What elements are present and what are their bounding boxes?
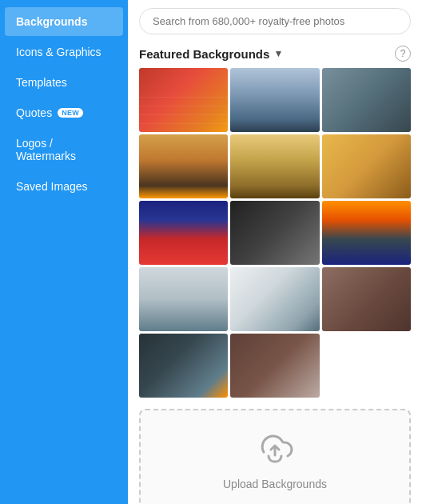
- grid-image-skate[interactable]: [322, 134, 411, 198]
- image-grid: [128, 68, 422, 398]
- featured-title: Featured Backgrounds: [139, 47, 269, 61]
- sidebar-item-logos-watermarks[interactable]: Logos / Watermarks: [5, 129, 123, 170]
- grid-image-windmill[interactable]: [139, 267, 228, 331]
- help-label: ?: [400, 48, 406, 59]
- grid-image-snowy[interactable]: [230, 267, 319, 331]
- grid-image-surf[interactable]: [322, 68, 411, 132]
- search-bar-wrap: [128, 0, 422, 41]
- sidebar-item-label: Logos / Watermarks: [16, 137, 112, 162]
- main-panel: Featured Backgrounds ▼ ? Upl: [128, 0, 422, 504]
- sidebar-item-label: Icons & Graphics: [16, 46, 102, 58]
- upload-label: Upload Backgrounds: [223, 478, 327, 490]
- grid-image-track[interactable]: [139, 68, 228, 132]
- sidebar-item-icons-graphics[interactable]: Icons & Graphics: [5, 38, 123, 66]
- sidebar-item-label: Saved Images: [16, 180, 88, 193]
- upload-cloud-icon: [256, 430, 294, 471]
- grid-image-silhouette[interactable]: [322, 201, 411, 265]
- chevron-down-icon[interactable]: ▼: [273, 48, 283, 59]
- grid-image-reading[interactable]: [139, 334, 228, 398]
- grid-image-shoes[interactable]: [139, 201, 228, 265]
- grid-image-woman[interactable]: [230, 201, 319, 265]
- upload-area[interactable]: Upload Backgrounds: [139, 409, 411, 504]
- grid-image-coffee[interactable]: [322, 267, 411, 331]
- grid-image-dock[interactable]: [230, 68, 319, 132]
- sidebar-item-label: Quotes: [16, 106, 52, 119]
- sidebar-item-label: Backgrounds: [16, 15, 87, 28]
- sidebar-item-saved-images[interactable]: Saved Images: [5, 172, 123, 201]
- grid-image-bench[interactable]: [139, 134, 228, 198]
- grid-image-desert[interactable]: [230, 134, 319, 198]
- featured-title-wrap: Featured Backgrounds ▼: [139, 47, 283, 61]
- grid-image-sitting[interactable]: [230, 334, 319, 398]
- sidebar: Backgrounds Icons & Graphics Templates Q…: [0, 0, 128, 504]
- help-icon[interactable]: ?: [395, 46, 411, 62]
- sidebar-item-templates[interactable]: Templates: [5, 68, 123, 97]
- search-input[interactable]: [139, 8, 411, 34]
- sidebar-item-backgrounds[interactable]: Backgrounds: [5, 7, 123, 36]
- featured-header: Featured Backgrounds ▼ ?: [128, 41, 422, 68]
- sidebar-item-label: Templates: [16, 76, 67, 89]
- sidebar-item-quotes[interactable]: Quotes NEW: [5, 98, 123, 127]
- new-badge: NEW: [58, 108, 83, 118]
